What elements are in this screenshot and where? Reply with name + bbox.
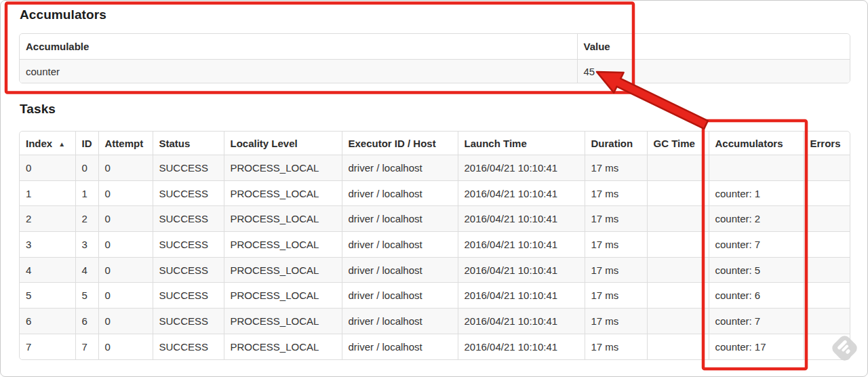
cell-errors bbox=[804, 180, 850, 206]
cell-gc-time bbox=[647, 155, 709, 181]
cell-accumulators: counter: 17 bbox=[709, 334, 804, 359]
cell-attempt: 0 bbox=[98, 283, 153, 309]
cell-accumulators: counter: 7 bbox=[709, 309, 804, 334]
column-header-gc-time[interactable]: GC Time bbox=[647, 132, 709, 155]
cell-executor-id-host: driver / localhost bbox=[342, 283, 458, 309]
cell-id: 0 bbox=[75, 155, 98, 181]
cell-locality-level: PROCESS_LOCAL bbox=[224, 206, 342, 232]
cell-index: 4 bbox=[20, 257, 75, 283]
cell-gc-time bbox=[647, 334, 709, 359]
cell-id: 4 bbox=[75, 257, 98, 283]
column-header-label: Locality Level bbox=[231, 138, 298, 149]
feedly-stripe bbox=[845, 349, 850, 354]
column-header-label: Status bbox=[159, 138, 191, 149]
cell-locality-level: PROCESS_LOCAL bbox=[224, 155, 342, 181]
cell-errors bbox=[804, 283, 850, 309]
sort-ascending-icon: ▲ bbox=[58, 140, 65, 148]
cell-accumulators: counter: 1 bbox=[709, 180, 804, 206]
column-header-value[interactable]: Value bbox=[577, 34, 850, 60]
cell-attempt: 0 bbox=[98, 309, 153, 334]
column-header-label: Accumulable bbox=[26, 41, 89, 52]
column-header-label: ID bbox=[82, 138, 92, 149]
column-header-locality-level[interactable]: Locality Level bbox=[224, 132, 342, 155]
tasks-section-heading: Tasks bbox=[20, 102, 56, 117]
table-row: 000SUCCESSPROCESS_LOCALdriver / localhos… bbox=[20, 155, 850, 181]
cell-accumulators: counter: 5 bbox=[709, 257, 804, 283]
cell-accumulators bbox=[709, 155, 804, 181]
column-header-errors[interactable]: Errors bbox=[804, 132, 850, 155]
tasks-table: Index▲IDAttemptStatusLocality LevelExecu… bbox=[19, 131, 850, 360]
cell-gc-time bbox=[647, 309, 709, 334]
cell-id: 3 bbox=[75, 232, 98, 258]
cell-locality-level: PROCESS_LOCAL bbox=[224, 180, 342, 206]
cell-locality-level: PROCESS_LOCAL bbox=[224, 309, 342, 334]
cell-status: SUCCESS bbox=[153, 206, 224, 232]
cell-index: 6 bbox=[20, 309, 75, 334]
cell-duration: 17 ms bbox=[585, 232, 647, 258]
cell-id: 6 bbox=[75, 309, 98, 334]
cell-status: SUCCESS bbox=[153, 334, 224, 359]
column-header-label: Duration bbox=[591, 138, 633, 149]
cell-executor-id-host: driver / localhost bbox=[342, 180, 458, 206]
column-header-status[interactable]: Status bbox=[153, 132, 224, 155]
column-header-accumulators[interactable]: Accumulators bbox=[709, 132, 804, 155]
cell-launch-time: 2016/04/21 10:10:41 bbox=[458, 180, 585, 206]
cell-attempt: 0 bbox=[98, 180, 153, 206]
cell-attempt: 0 bbox=[98, 257, 153, 283]
column-header-attempt[interactable]: Attempt bbox=[98, 132, 153, 155]
accumulators-section-heading: Accumulators bbox=[20, 7, 106, 22]
cell-launch-time: 2016/04/21 10:10:41 bbox=[458, 257, 585, 283]
header-row: Index▲IDAttemptStatusLocality LevelExecu… bbox=[20, 132, 850, 155]
cell-id: 2 bbox=[75, 206, 98, 232]
cell-gc-time bbox=[647, 180, 709, 206]
cell-attempt: 0 bbox=[98, 206, 153, 232]
column-header-accumulable[interactable]: Accumulable bbox=[20, 34, 577, 60]
table-row: 330SUCCESSPROCESS_LOCALdriver / localhos… bbox=[20, 232, 850, 258]
accumulators-table: AccumulableValuecounter45 bbox=[19, 33, 850, 83]
table-row: 110SUCCESSPROCESS_LOCALdriver / localhos… bbox=[20, 180, 850, 206]
cell-launch-time: 2016/04/21 10:10:41 bbox=[458, 334, 585, 359]
cell-index: 2 bbox=[20, 206, 75, 232]
cell-executor-id-host: driver / localhost bbox=[342, 232, 458, 258]
cell-duration: 17 ms bbox=[585, 257, 647, 283]
cell-index: 0 bbox=[20, 155, 75, 181]
column-header-label: Attempt bbox=[105, 138, 144, 149]
cell-locality-level: PROCESS_LOCAL bbox=[224, 257, 342, 283]
cell-launch-time: 2016/04/21 10:10:41 bbox=[458, 206, 585, 232]
cell-value: 45 bbox=[577, 60, 850, 83]
cell-duration: 17 ms bbox=[585, 155, 647, 181]
column-header-label: Launch Time bbox=[465, 138, 527, 149]
cell-index: 1 bbox=[20, 180, 75, 206]
spark-stage-accumulators-page: Accumulators AccumulableValuecounter45 T… bbox=[0, 0, 868, 377]
cell-id: 7 bbox=[75, 334, 98, 359]
column-header-label: Index bbox=[26, 138, 52, 149]
cell-duration: 17 ms bbox=[585, 180, 647, 206]
table-row: counter45 bbox=[20, 60, 850, 83]
column-header-id[interactable]: ID bbox=[75, 132, 98, 155]
column-header-label: Accumulators bbox=[715, 138, 783, 149]
column-header-index[interactable]: Index▲ bbox=[20, 132, 75, 155]
cell-executor-id-host: driver / localhost bbox=[342, 257, 458, 283]
cell-status: SUCCESS bbox=[153, 257, 224, 283]
cell-status: SUCCESS bbox=[153, 180, 224, 206]
cell-accumulators: counter: 2 bbox=[709, 206, 804, 232]
cell-status: SUCCESS bbox=[153, 283, 224, 309]
cell-errors bbox=[804, 257, 850, 283]
cell-id: 1 bbox=[75, 180, 98, 206]
tasks-table-grid: Index▲IDAttemptStatusLocality LevelExecu… bbox=[20, 132, 850, 359]
column-header-duration[interactable]: Duration bbox=[585, 132, 647, 155]
cell-errors bbox=[804, 206, 850, 232]
cell-errors bbox=[804, 309, 850, 334]
column-header-executor-id-host[interactable]: Executor ID / Host bbox=[342, 132, 458, 155]
cell-attempt: 0 bbox=[98, 232, 153, 258]
cell-launch-time: 2016/04/21 10:10:41 bbox=[458, 155, 585, 181]
cell-gc-time bbox=[647, 257, 709, 283]
cell-duration: 17 ms bbox=[585, 283, 647, 309]
column-header-launch-time[interactable]: Launch Time bbox=[458, 132, 585, 155]
column-header-label: Executor ID / Host bbox=[349, 138, 436, 149]
cell-attempt: 0 bbox=[98, 155, 153, 181]
accumulators-table-grid: AccumulableValuecounter45 bbox=[20, 34, 850, 83]
column-header-label: Errors bbox=[810, 138, 841, 149]
cell-status: SUCCESS bbox=[153, 309, 224, 334]
cell-status: SUCCESS bbox=[153, 232, 224, 258]
